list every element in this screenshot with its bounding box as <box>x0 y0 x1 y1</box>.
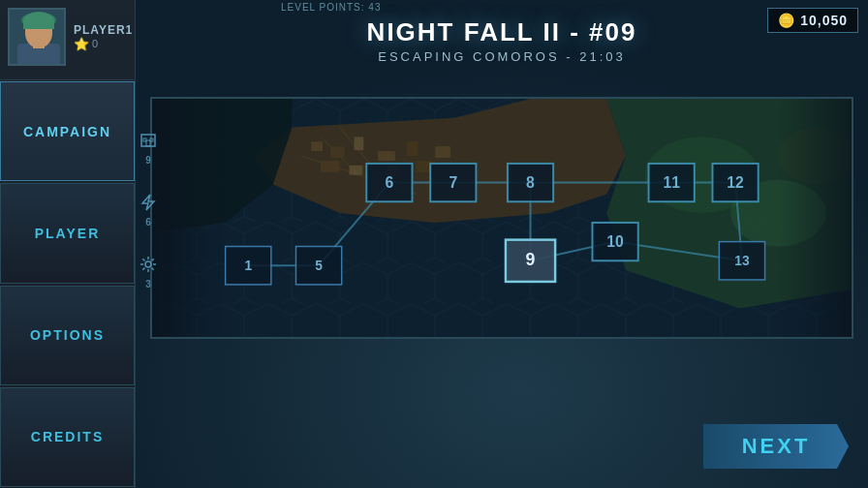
svg-rect-23 <box>330 146 345 158</box>
svg-text:6: 6 <box>386 174 394 191</box>
sidebar-item-credits[interactable]: CREDITS <box>0 387 135 487</box>
svg-text:11: 11 <box>663 174 680 191</box>
energy-value: 6 <box>145 217 151 228</box>
sidebar-item-options[interactable]: OPTIONS <box>0 286 135 385</box>
player-name: PLAYER1 <box>74 23 133 37</box>
next-button[interactable]: NEXT <box>703 424 849 469</box>
svg-point-4 <box>21 13 56 28</box>
svg-rect-67 <box>152 99 226 337</box>
svg-text:13: 13 <box>734 254 750 268</box>
player-header: PLAYER1 ⭐ 0 <box>8 8 127 66</box>
stat-gear: 3 <box>134 255 163 290</box>
player-rank: ⭐ 0 <box>74 37 133 51</box>
svg-text:12: 12 <box>727 174 744 191</box>
avatar-image <box>10 10 66 66</box>
player-info: PLAYER1 ⭐ 0 <box>74 23 133 51</box>
svg-text:9: 9 <box>526 250 536 269</box>
mission-subtitle: ESCAPING COMOROS - 21:03 <box>136 49 868 64</box>
stat-buildings: 9 <box>134 131 163 166</box>
svg-rect-22 <box>311 141 323 151</box>
rank-value: 0 <box>92 38 98 49</box>
svg-point-5 <box>25 17 37 25</box>
currency-icon: 🪙 <box>778 13 794 28</box>
svg-text:1: 1 <box>244 259 252 273</box>
svg-rect-29 <box>350 166 363 175</box>
sidebar-buttons: CAMPAIGN PLAYER OPTIONS CREDITS <box>0 80 135 488</box>
svg-rect-28 <box>321 161 340 172</box>
stat-indicators: 9 6 3 <box>134 131 163 290</box>
svg-text:5: 5 <box>315 259 323 273</box>
buildings-value: 9 <box>145 155 151 166</box>
currency-value: 10,050 <box>800 13 848 28</box>
mission-title: NIGHT FALL II - #09 <box>136 17 868 47</box>
svg-rect-24 <box>354 137 363 150</box>
mission-title-area: NIGHT FALL II - #09 ESCAPING COMOROS - 2… <box>136 17 868 64</box>
svg-rect-68 <box>778 99 852 337</box>
svg-point-6 <box>30 29 36 34</box>
svg-point-3 <box>25 17 52 48</box>
sidebar: PLAYER1 ⭐ 0 CAMPAIGN PLAYER OPTIONS CRED… <box>0 0 136 488</box>
svg-rect-26 <box>407 141 418 156</box>
energy-icon <box>139 193 158 215</box>
buildings-icon <box>139 131 158 153</box>
map-container: 1 5 6 7 8 9 10 11 12 <box>150 97 853 339</box>
sidebar-item-player[interactable]: PLAYER <box>0 183 135 283</box>
player-section: PLAYER1 ⭐ 0 <box>0 0 135 80</box>
svg-text:8: 8 <box>526 174 535 191</box>
svg-point-14 <box>145 261 151 267</box>
svg-text:7: 7 <box>449 174 457 191</box>
gear-value: 3 <box>145 279 151 290</box>
svg-rect-25 <box>378 151 395 161</box>
avatar <box>8 8 66 66</box>
svg-rect-12 <box>146 140 150 146</box>
sidebar-item-campaign[interactable]: CAMPAIGN <box>0 81 135 181</box>
main-content: LEVEL POINTS: 43 🪙 10,050 NIGHT FALL II … <box>136 0 868 488</box>
currency-display: 🪙 10,050 <box>767 8 858 33</box>
level-points: LEVEL POINTS: 43 <box>281 2 381 13</box>
gear-icon <box>139 255 158 277</box>
svg-text:10: 10 <box>606 233 624 250</box>
svg-marker-13 <box>142 195 154 210</box>
rank-icon: ⭐ <box>74 37 89 51</box>
svg-rect-27 <box>435 146 450 158</box>
svg-point-7 <box>42 29 47 34</box>
svg-point-8 <box>34 16 40 22</box>
stat-energy: 6 <box>134 193 163 228</box>
map-svg: 1 5 6 7 8 9 10 11 12 <box>152 99 852 337</box>
